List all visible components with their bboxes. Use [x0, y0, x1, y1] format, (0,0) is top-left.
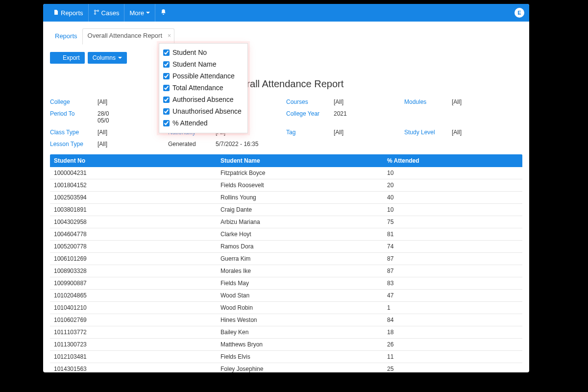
column-checkbox[interactable] [163, 49, 170, 56]
nav-left: Reports Cases More [48, 4, 172, 22]
cell-student-no: 1009900887 [54, 280, 220, 287]
column-option[interactable]: Authorised Absence [163, 94, 242, 105]
column-option[interactable]: Student No [163, 47, 242, 58]
cell-student-no: 1005200778 [54, 243, 220, 250]
column-option[interactable]: Student Name [163, 58, 242, 70]
table-row[interactable]: 1010204865Wood Stan47 [50, 290, 522, 302]
cell-attended: 26 [387, 341, 518, 348]
filter-label-empty [286, 141, 323, 147]
cell-student-name: Fields Roosevelt [220, 182, 387, 189]
cell-student-no: 1014301563 [54, 366, 220, 372]
cell-student-name: Matthews Bryon [220, 341, 387, 348]
column-checkbox[interactable] [163, 120, 170, 126]
tab-overall-attendance[interactable]: Overall Attendance Report × [82, 28, 174, 45]
nav-reports[interactable]: Reports [48, 4, 89, 22]
filter-cell [404, 110, 522, 124]
column-option-label: Student No [172, 49, 207, 56]
table-row[interactable]: 1012103481Fields Elvis11 [50, 351, 522, 363]
cell-student-name: Fields May [220, 280, 387, 287]
export-button[interactable]: Export [50, 52, 85, 64]
header-student-no[interactable]: Student No [54, 157, 220, 164]
table-row[interactable]: 1010602769Hines Weston84 [50, 314, 522, 326]
column-option[interactable]: Total Attendance [163, 82, 242, 94]
filter-value: 28/005/0 [98, 110, 109, 124]
columns-dropdown: Student NoStudent NamePossible Attendanc… [159, 43, 248, 133]
table-row[interactable]: 1014301563Foley Josephine25 [50, 363, 522, 372]
filter-label[interactable]: College [50, 98, 87, 105]
tab-reports[interactable]: Reports [50, 29, 82, 45]
nav-cases[interactable]: Cases [89, 4, 125, 22]
cell-attended: 87 [387, 268, 518, 274]
cell-student-name: Fitzpatrick Boyce [220, 170, 387, 176]
svg-point-2 [97, 10, 98, 11]
avatar[interactable]: E [514, 8, 524, 18]
columns-button[interactable]: Columns [88, 52, 127, 64]
filter-label[interactable]: Study Level [404, 129, 441, 136]
filter-cell: College Year2021 [286, 110, 404, 124]
header-student-name[interactable]: Student Name [220, 157, 387, 164]
column-checkbox[interactable] [163, 85, 170, 91]
column-checkbox[interactable] [163, 108, 170, 115]
cell-student-no: 1006101269 [54, 255, 220, 262]
filter-cell: Courses[All] [286, 98, 404, 105]
filter-value: [All] [334, 98, 343, 105]
nav-more[interactable]: More [124, 4, 155, 22]
filter-label[interactable]: Courses [286, 98, 323, 105]
column-option-label: Possible Attendance [172, 72, 235, 80]
filter-label[interactable]: Modules [404, 98, 441, 105]
column-option[interactable]: % Attended [163, 117, 242, 129]
table-row[interactable]: 1010401210Wood Robin1 [50, 302, 522, 314]
table-row[interactable]: 1009900887Fields May83 [50, 277, 522, 290]
column-option-label: Unauthorised Absence [172, 107, 242, 115]
cell-attended: 1 [387, 304, 518, 311]
cell-student-name: Wood Robin [220, 304, 387, 311]
column-checkbox[interactable] [163, 73, 170, 79]
table-row[interactable]: 1001804152Fields Roosevelt20 [50, 179, 522, 192]
nav-right: E [514, 8, 524, 18]
header-attended[interactable]: % Attended [387, 157, 518, 164]
cell-attended: 25 [387, 366, 518, 372]
cell-student-no: 1010204865 [54, 292, 220, 299]
filter-cell: Tag[All] [286, 129, 404, 136]
filter-value: [All] [98, 98, 107, 105]
cell-student-name: Arbizu Mariana [220, 219, 387, 225]
column-checkbox[interactable] [163, 61, 170, 68]
filter-value: [All] [98, 129, 107, 136]
column-checkbox[interactable] [163, 97, 170, 103]
filter-label[interactable]: Class Type [50, 129, 87, 136]
table-row[interactable]: 1008903328Morales Ike87 [50, 265, 522, 277]
toolbar: Export Columns [43, 45, 529, 64]
table-row[interactable]: 1000004231Fitzpatrick Boyce10 [50, 167, 522, 179]
table-row[interactable]: 1002503594Rollins Young40 [50, 192, 522, 204]
cell-student-no: 1011300723 [54, 341, 220, 348]
filter-label[interactable]: Tag [286, 129, 323, 136]
filter-cell: Generated5/7/2022 - 16:35 [168, 141, 286, 147]
cell-attended: 74 [387, 243, 518, 250]
cell-student-name: Foley Josephine [220, 366, 387, 372]
table-row[interactable]: 1011103772Bailey Ken18 [50, 326, 522, 339]
cell-attended: 40 [387, 194, 518, 201]
filter-label[interactable]: Period To [50, 110, 87, 117]
report-title: Overall Attendance Report [43, 78, 529, 90]
columns-label: Columns [93, 54, 116, 61]
nav-notifications[interactable] [155, 4, 172, 22]
table-row[interactable]: 1004604778Clarke Hoyt81 [50, 228, 522, 241]
table-row[interactable]: 1005200778Ramos Dora74 [50, 241, 522, 253]
filters-grid: College[All] [All]Courses[All]Modules[Al… [43, 98, 529, 147]
filter-cell [286, 141, 404, 147]
table-row[interactable]: 1011300723Matthews Bryon26 [50, 339, 522, 351]
cell-student-name: Hines Weston [220, 317, 387, 323]
table-row[interactable]: 1006101269Guerra Kim87 [50, 253, 522, 265]
close-icon[interactable]: × [168, 32, 171, 39]
filter-value: [All] [334, 129, 343, 136]
tab-reports-label: Reports [55, 32, 77, 40]
cell-attended: 87 [387, 255, 518, 262]
cell-student-name: Morales Ike [220, 268, 387, 274]
column-option[interactable]: Unauthorised Absence [163, 105, 242, 117]
filter-label[interactable]: College Year [286, 110, 323, 117]
table-row[interactable]: 1004302958Arbizu Mariana75 [50, 216, 522, 228]
filter-cell: Modules[All] [404, 98, 522, 105]
filter-label[interactable]: Lesson Type [50, 141, 87, 147]
column-option[interactable]: Possible Attendance [163, 70, 242, 82]
table-row[interactable]: 1003801891Craig Dante10 [50, 204, 522, 216]
